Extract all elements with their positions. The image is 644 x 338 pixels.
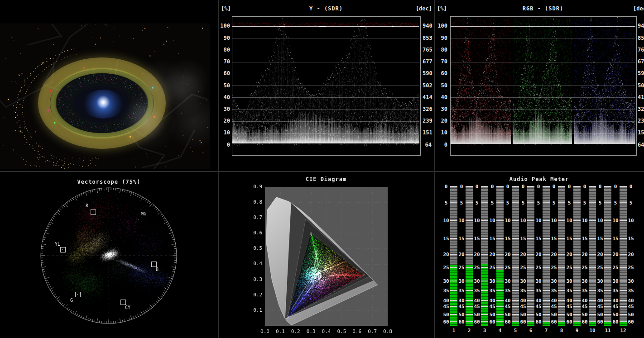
meter-tick (573, 220, 581, 221)
meter-scale-label: 0 (581, 184, 589, 190)
scale-label: 60 (435, 70, 447, 76)
meter-scale-label: 45 (550, 304, 558, 309)
meter-tick (512, 267, 519, 268)
meter-tick (558, 314, 565, 315)
meter-scale-label: 25 (565, 265, 573, 271)
meter-scale-label: 10 (565, 218, 573, 224)
divider-vertical-right (434, 0, 435, 338)
meter-tick (620, 254, 627, 255)
meter-tick (573, 314, 581, 315)
scope-monitor-app: [%] Y - (SDR) [dec] 10090807060504030201… (0, 0, 644, 338)
meter-scale-label: 50 (457, 312, 466, 318)
meter-scale-label: 0 (550, 184, 558, 190)
meter-scale-label: 15 (581, 236, 589, 242)
rgb-waveform-panel: [%] RGB - (SDR) [dec] 100908070605040302… (434, 0, 644, 171)
meter-scale-label: 15 (457, 236, 466, 242)
scale-label: 414 (423, 94, 432, 100)
meter-scale-gutter: 0510152025303540455060 (488, 186, 496, 326)
meter-tick (512, 202, 519, 203)
scale-label: 40 (435, 94, 447, 100)
meter-tick (481, 300, 488, 301)
y-waveform-title: Y - (SDR) (218, 5, 434, 12)
meter-tick (466, 306, 473, 307)
vectorscope-title: Vectorscope (75%) (0, 179, 218, 185)
meter-scale-label: 50 (550, 312, 558, 318)
meter-tick (604, 281, 611, 281)
meter-scale-label: 15 (565, 236, 573, 242)
meter-tick (558, 186, 565, 187)
meter-tick (558, 321, 565, 322)
audio-level-fill (604, 322, 611, 326)
audio-meter-title: Audio Peak Meter (434, 176, 644, 182)
scale-label: 80 (435, 47, 447, 53)
meter-tick (466, 202, 473, 203)
meter-scale-label: 40 (442, 298, 450, 304)
meter-scale-label: 0 (627, 184, 635, 190)
y-waveform-trace (232, 17, 419, 154)
meter-tick (527, 281, 534, 281)
meter-tick (481, 314, 488, 315)
meter-scale-gutter: 0510152025303540455060 (581, 186, 589, 326)
meter-scale-gutter: 0510152025303540455060 (473, 186, 481, 326)
meter-scale-label: 50 (611, 312, 620, 318)
meter-tick (527, 238, 534, 239)
meter-scale-gutter: 0510152025303540455060 (550, 186, 558, 326)
meter-scale-label: 10 (581, 218, 589, 224)
scale-label: 30 (218, 106, 230, 112)
meter-scale-label: 45 (627, 304, 635, 309)
meter-scale-gutter: 0510152025303540455060 (457, 186, 466, 326)
meter-tick (496, 321, 504, 322)
scale-label: 0 (435, 142, 447, 148)
audio-level-fill (527, 322, 534, 326)
meter-tick (527, 220, 534, 221)
meter-tick (496, 254, 504, 255)
meter-tick (527, 202, 534, 203)
scale-label: 64 (423, 142, 432, 148)
meter-tick (589, 202, 596, 203)
meter-scale-label: 25 (473, 265, 481, 271)
meter-scale-label: 40 (565, 298, 573, 304)
meter-tick (450, 238, 457, 239)
meter-tick (496, 300, 504, 301)
meter-scale-label: 5 (519, 200, 527, 206)
meter-scale-label: 25 (550, 265, 558, 271)
scale-label: 765 (423, 47, 432, 53)
audio-channel-bar (604, 186, 611, 326)
scale-label: 90 (435, 35, 447, 41)
cie-diagram-plot (218, 171, 434, 338)
meter-scale-label: 10 (534, 218, 543, 224)
scale-label: 100 (435, 23, 447, 29)
meter-scale-label: 10 (627, 218, 635, 224)
meter-tick (466, 267, 473, 268)
scale-label: 0 (218, 142, 230, 148)
meter-scale-label: 5 (442, 200, 450, 206)
meter-tick (543, 238, 550, 239)
meter-scale-label: 35 (442, 288, 450, 294)
meter-tick (466, 220, 473, 221)
meter-tick (543, 254, 550, 255)
scale-label: 40 (218, 94, 230, 100)
meter-tick (589, 281, 596, 281)
audio-channel-bar (620, 186, 627, 326)
rgb-right-scale: 94085376567759050241432623915164 (638, 0, 644, 171)
meter-tick (466, 314, 473, 315)
meter-tick (543, 220, 550, 221)
meter-scale-label: 5 (457, 200, 466, 206)
meter-scale-label: 20 (627, 252, 635, 257)
meter-scale-label: 45 (565, 304, 573, 309)
meter-tick (604, 306, 611, 307)
meter-tick (589, 306, 596, 307)
meter-tick (558, 306, 565, 307)
cie-title: CIE Diagram (218, 176, 434, 182)
meter-scale-label: 0 (534, 184, 543, 190)
audio-channel-bar (527, 186, 534, 326)
meter-tick (512, 220, 519, 221)
meter-scale-label: 60 (519, 319, 527, 325)
meter-scale-label: 30 (596, 278, 604, 284)
meter-tick (527, 321, 534, 322)
meter-tick (543, 306, 550, 307)
meter-scale-label: 20 (504, 252, 512, 257)
meter-tick (512, 314, 519, 315)
meter-tick (558, 300, 565, 301)
meter-scale-label: 50 (534, 312, 543, 318)
